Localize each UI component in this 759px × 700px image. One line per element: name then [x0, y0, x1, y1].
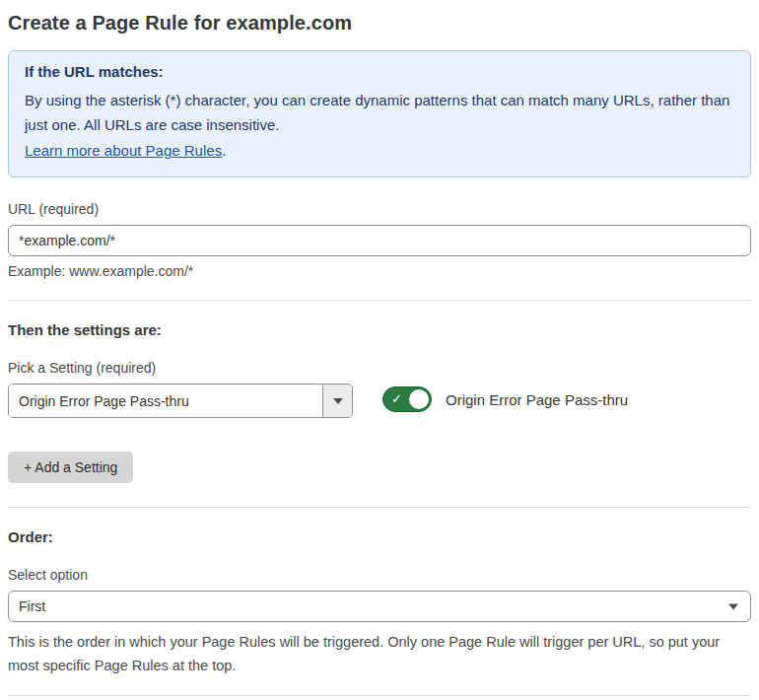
setting-picker-group: Pick a Setting (required) Origin Error P… — [8, 360, 353, 418]
settings-section-heading: Then the settings are: — [8, 321, 751, 338]
order-select-label: Select option — [8, 567, 751, 583]
setting-toggle[interactable]: ✓ — [382, 386, 432, 412]
setting-picker-label: Pick a Setting (required) — [8, 360, 353, 376]
learn-more-link[interactable]: Learn more about Page Rules — [25, 142, 222, 159]
link-suffix: . — [222, 142, 226, 159]
setting-dropdown-arrow-button[interactable] — [322, 385, 352, 417]
setting-toggle-group: ✓ Origin Error Page Pass-thru — [382, 386, 628, 412]
add-setting-button[interactable]: + Add a Setting — [8, 452, 133, 483]
order-helper-text: This is the order in which your Page Rul… — [8, 630, 751, 677]
url-field-label: URL (required) — [8, 201, 751, 217]
info-box-heading: If the URL matches: — [25, 63, 734, 80]
url-field-group: URL (required) Example: www.example.com/… — [8, 201, 751, 279]
url-match-info-box: If the URL matches: By using the asteris… — [8, 50, 751, 177]
url-input[interactable] — [8, 225, 751, 256]
setting-dropdown[interactable]: Origin Error Page Pass-thru — [8, 384, 353, 418]
info-box-body: By using the asterisk (*) character, you… — [25, 88, 734, 137]
toggle-knob — [409, 389, 429, 409]
order-field-group: Select option First This is the order in… — [8, 567, 751, 677]
check-icon: ✓ — [391, 392, 402, 405]
divider — [8, 300, 751, 301]
chevron-down-icon — [333, 398, 343, 404]
chevron-down-icon — [728, 604, 738, 610]
url-example-text: Example: www.example.com/* — [8, 263, 751, 279]
setting-dropdown-value: Origin Error Page Pass-thru — [9, 385, 322, 417]
page-title: Create a Page Rule for example.com — [8, 12, 751, 35]
order-section-heading: Order: — [8, 528, 751, 545]
setting-toggle-label: Origin Error Page Pass-thru — [446, 391, 628, 408]
divider — [8, 507, 751, 508]
order-select[interactable]: First — [8, 591, 751, 622]
order-select-value: First — [19, 598, 45, 614]
info-box-link-line: Learn more about Page Rules. — [25, 138, 734, 163]
divider — [8, 695, 751, 696]
setting-row: Pick a Setting (required) Origin Error P… — [8, 360, 751, 418]
